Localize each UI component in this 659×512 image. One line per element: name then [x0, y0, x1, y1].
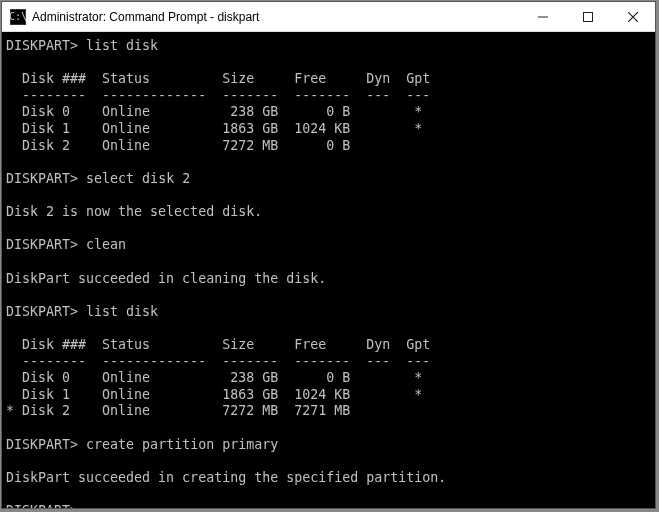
- table-row: Disk 1 Online 1863 GB 1024 KB *: [6, 387, 422, 402]
- status-message: DiskPart succeeded in cleaning the disk.: [6, 271, 326, 286]
- cmd-icon: C:\: [10, 9, 26, 25]
- titlebar[interactable]: C:\ Administrator: Command Prompt - disk…: [2, 2, 655, 32]
- table-row: Disk 0 Online 238 GB 0 B *: [6, 104, 422, 119]
- table-row: * Disk 2 Online 7272 MB 7271 MB: [6, 403, 350, 418]
- prompt: DISKPART>: [6, 304, 78, 319]
- minimize-button[interactable]: [520, 2, 565, 31]
- command-prompt-window: C:\ Administrator: Command Prompt - disk…: [1, 1, 656, 509]
- maximize-button[interactable]: [565, 2, 610, 31]
- terminal-output[interactable]: DISKPART> list disk Disk ### Status Size…: [2, 32, 655, 508]
- prompt: DISKPART>: [6, 237, 78, 252]
- window-title: Administrator: Command Prompt - diskpart: [32, 10, 520, 24]
- window-controls: [520, 2, 655, 31]
- svg-rect-1: [583, 12, 592, 21]
- command: list disk: [86, 38, 158, 53]
- status-message: Disk 2 is now the selected disk.: [6, 204, 262, 219]
- table-row: Disk 0 Online 238 GB 0 B *: [6, 370, 422, 385]
- prompt: DISKPART>: [6, 38, 78, 53]
- status-message: DiskPart succeeded in creating the speci…: [6, 470, 446, 485]
- close-button[interactable]: [610, 2, 655, 31]
- command: clean: [86, 237, 126, 252]
- prompt: DISKPART>: [6, 503, 78, 508]
- table-row: Disk 1 Online 1863 GB 1024 KB *: [6, 121, 422, 136]
- command: list disk: [86, 304, 158, 319]
- prompt: DISKPART>: [6, 171, 78, 186]
- table-divider: -------- ------------- ------- ------- -…: [6, 88, 430, 103]
- table-header: Disk ### Status Size Free Dyn Gpt: [6, 337, 430, 352]
- command: select disk 2: [86, 171, 190, 186]
- table-divider: -------- ------------- ------- ------- -…: [6, 354, 430, 369]
- table-row: Disk 2 Online 7272 MB 0 B: [6, 138, 350, 153]
- command: create partition primary: [86, 437, 278, 452]
- prompt: DISKPART>: [6, 437, 78, 452]
- table-header: Disk ### Status Size Free Dyn Gpt: [6, 71, 430, 86]
